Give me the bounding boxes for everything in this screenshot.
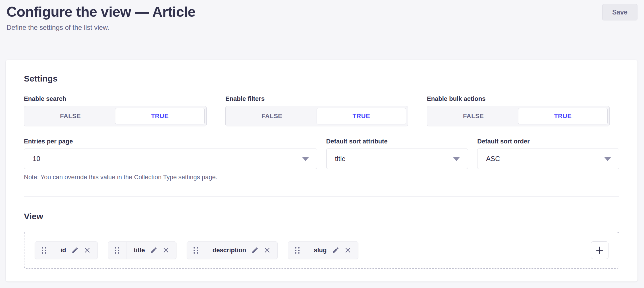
field-chip-description[interactable]: description [187,241,278,259]
field-chip-label: id [61,247,66,254]
drag-handle-icon[interactable] [187,242,205,259]
settings-grid: Enable search FALSE TRUE Enable filters … [24,95,619,181]
pencil-icon [71,247,79,254]
pencil-icon [251,247,259,254]
default-sort-order-value: ASC [486,155,500,163]
enable-filters-toggle[interactable]: FALSE TRUE [225,106,408,126]
chevron-down-icon [604,157,611,161]
drag-handle-icon[interactable] [108,242,126,259]
close-icon [84,247,91,254]
default-sort-order-label: Default sort order [477,138,619,145]
close-icon [264,247,271,254]
close-icon [344,247,351,254]
entries-per-page-label: Entries per page [24,138,317,145]
field-entries-per-page: Entries per page 10 Note: You can overri… [24,138,317,181]
entries-per-page-select[interactable]: 10 [24,149,317,169]
edit-field-button[interactable] [150,247,157,254]
field-enable-bulk-actions: Enable bulk actions FALSE TRUE [427,95,619,126]
edit-field-button[interactable] [332,247,339,254]
remove-field-button[interactable] [344,247,351,254]
plus-icon [595,246,604,255]
page-subtitle: Define the settings of the list view. [7,23,637,32]
pencil-icon [150,247,157,254]
enable-search-true-option[interactable]: TRUE [115,108,205,124]
default-sort-attribute-value: title [335,155,346,163]
enable-filters-false-option[interactable]: FALSE [227,108,317,124]
field-chip-label: description [213,247,246,254]
entries-per-page-value: 10 [33,155,40,163]
drag-handle-icon[interactable] [288,242,306,259]
close-icon [163,247,169,254]
chevron-down-icon [453,157,460,161]
enable-bulk-actions-toggle[interactable]: FALSE TRUE [427,106,610,126]
enable-search-toggle[interactable]: FALSE TRUE [24,106,207,126]
remove-field-button[interactable] [163,247,169,254]
save-button[interactable]: Save [602,4,637,20]
field-enable-search: Enable search FALSE TRUE [24,95,216,126]
remove-field-button[interactable] [84,247,91,254]
default-sort-attribute-select[interactable]: title [326,149,468,169]
remove-field-button[interactable] [264,247,271,254]
enable-filters-label: Enable filters [225,95,418,103]
displayed-fields-list: id title [24,232,619,269]
settings-card: Settings Enable search FALSE TRUE Enable… [6,60,637,281]
enable-filters-true-option[interactable]: TRUE [317,108,406,124]
page-header: Configure the view — Article Define the … [0,0,644,32]
settings-heading: Settings [24,74,619,84]
enable-bulk-actions-label: Enable bulk actions [427,95,619,103]
field-default-sort-order: Default sort order ASC [477,138,619,181]
field-default-sort-attribute: Default sort attribute title [326,138,468,181]
page-title: Configure the view — Article [7,3,637,20]
entries-per-page-note: Note: You can override this value in the… [24,174,317,181]
view-heading: View [24,211,619,222]
edit-field-button[interactable] [251,247,259,254]
default-sort-order-select[interactable]: ASC [477,149,619,169]
field-chip-slug[interactable]: slug [288,241,358,259]
field-chip-id[interactable]: id [35,241,98,259]
pencil-icon [332,247,339,254]
enable-search-label: Enable search [24,95,216,103]
section-divider [24,196,619,197]
enable-search-false-option[interactable]: FALSE [26,108,115,124]
field-chip-title[interactable]: title [108,241,176,259]
enable-bulk-actions-false-option[interactable]: FALSE [429,108,518,124]
drag-handle-icon[interactable] [35,242,53,259]
edit-field-button[interactable] [71,247,79,254]
chevron-down-icon [302,157,309,161]
field-enable-filters: Enable filters FALSE TRUE [225,95,418,126]
field-chip-label: title [134,247,145,254]
default-sort-attribute-label: Default sort attribute [326,138,468,145]
field-chip-label: slug [314,247,327,254]
add-field-button[interactable] [591,241,608,259]
enable-bulk-actions-true-option[interactable]: TRUE [518,108,608,124]
